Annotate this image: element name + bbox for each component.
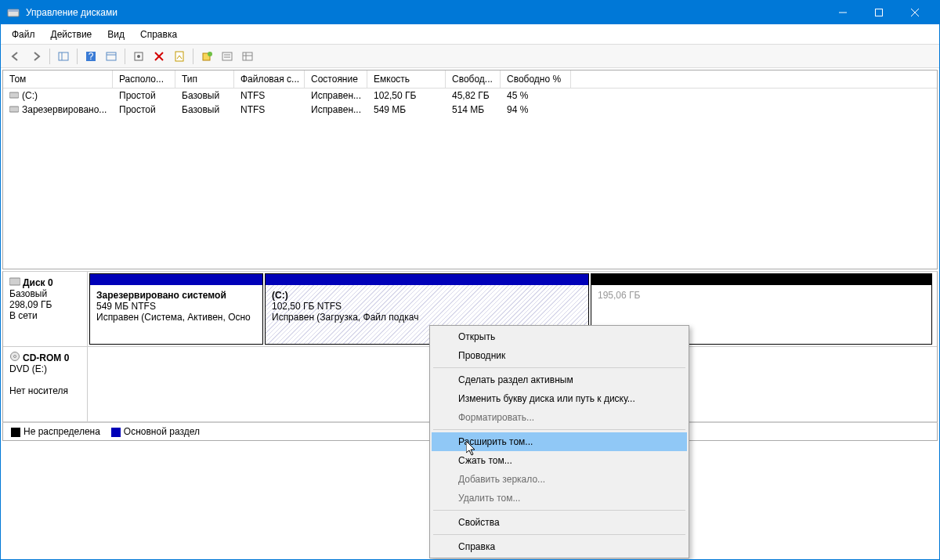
properties-button[interactable] (171, 48, 188, 65)
disk-icon (9, 276, 20, 286)
partition-title: (C:) (272, 290, 582, 301)
volume-table: Том Располо... Тип Файловая с... Состоян… (2, 70, 938, 269)
svg-rect-10 (107, 52, 116, 60)
partition-title: Зарезервировано системой (96, 290, 256, 301)
partition-body: Зарезервировано системой549 МБ NTFSИспра… (90, 285, 262, 344)
partition-size: 102,50 ГБ NTFS (272, 301, 582, 312)
partition-header (591, 274, 931, 285)
partition-status: Исправен (Загрузка, Файл подкач (272, 312, 582, 323)
context-menu-item[interactable]: Сделать раздел активным (432, 370, 687, 389)
column-freepct[interactable]: Свободно % (501, 70, 571, 88)
partition-header (266, 274, 588, 285)
menu-bar: Файл Действие Вид Справка (1, 24, 939, 45)
menu-help[interactable]: Справка (132, 26, 185, 43)
table-body: (C:)ПростойБазовыйNTFSИсправен...102,50 … (3, 89, 937, 269)
new-button[interactable] (198, 48, 215, 65)
cell: 514 МБ (446, 103, 501, 117)
cell: 549 МБ (367, 103, 446, 117)
disk-type: DVD (E:) (9, 363, 81, 374)
svg-rect-3 (876, 9, 883, 16)
title-bar: Управление дисками (1, 1, 939, 24)
refresh-button[interactable] (130, 48, 147, 65)
column-status[interactable]: Состояние (305, 70, 367, 88)
forward-button[interactable] (27, 48, 45, 65)
svg-rect-1 (8, 9, 19, 12)
disk-info[interactable]: Диск 0Базовый298,09 ГБВ сети (3, 272, 88, 346)
context-menu-item[interactable]: Изменить букву диска или путь к диску... (432, 389, 687, 408)
context-menu-separator (433, 534, 685, 535)
context-menu-item: Удалить том... (432, 489, 687, 508)
partition-size: 195,06 ГБ (598, 290, 925, 301)
cell: Простой (113, 103, 175, 117)
context-menu-item: Добавить зеркало... (432, 470, 687, 489)
svg-rect-19 (222, 52, 232, 60)
partition-header (90, 274, 262, 285)
svg-rect-26 (9, 107, 19, 112)
cell: NTFS (234, 89, 305, 103)
close-button[interactable] (897, 1, 933, 24)
column-capacity[interactable]: Емкость (367, 70, 446, 88)
menu-file[interactable]: Файл (4, 26, 43, 43)
show-hide-button[interactable] (55, 48, 72, 65)
column-filesystem[interactable]: Файловая с... (234, 70, 305, 88)
svg-point-13 (137, 55, 140, 58)
maximize-button[interactable] (861, 1, 897, 24)
back-button[interactable] (7, 48, 24, 65)
cell: 102,50 ГБ (367, 89, 446, 103)
cell: Зарезервировано... (3, 103, 113, 117)
list-button[interactable] (219, 48, 236, 65)
context-menu-separator (433, 510, 685, 511)
svg-rect-25 (9, 92, 19, 98)
toolbar-separator (193, 49, 193, 64)
column-free[interactable]: Свобод... (446, 70, 501, 88)
toolbar: ? (1, 45, 939, 68)
disk-name: CD-ROM 0 (23, 352, 69, 363)
app-icon (7, 6, 20, 19)
menu-view[interactable]: Вид (99, 26, 132, 43)
context-menu-item[interactable]: Открыть (432, 327, 687, 346)
legend-unallocated: Не распределена (11, 426, 100, 437)
cell: Исправен... (305, 89, 367, 103)
context-menu-item[interactable]: Справка (432, 537, 687, 556)
disk-size: 298,09 ГБ (9, 299, 81, 310)
cell: 45 % (501, 89, 571, 103)
disk-name: Диск 0 (23, 277, 53, 288)
column-volume[interactable]: Том (3, 70, 113, 88)
table-row[interactable]: Зарезервировано...ПростойБазовыйNTFSИспр… (3, 103, 937, 117)
cell: Базовый (175, 103, 234, 117)
view-button[interactable] (103, 48, 120, 65)
context-menu-separator (433, 429, 685, 430)
context-menu: ОткрытьПроводникСделать раздел активнымИ… (429, 325, 689, 558)
svg-rect-27 (9, 278, 20, 285)
cell: Простой (113, 89, 175, 103)
cell: 45,82 ГБ (446, 89, 501, 103)
table-row[interactable]: (C:)ПростойБазовыйNTFSИсправен...102,50 … (3, 89, 937, 103)
partition[interactable]: Зарезервировано системой549 МБ NTFSИспра… (89, 273, 263, 345)
column-type[interactable]: Тип (175, 70, 234, 88)
cdrom-icon (9, 352, 20, 361)
context-menu-item[interactable]: Сжать том... (432, 451, 687, 470)
window-title: Управление дисками (26, 7, 825, 18)
delete-button[interactable] (150, 48, 168, 65)
cell: (C:) (3, 89, 113, 103)
volume-icon (9, 91, 19, 99)
legend-swatch (111, 428, 121, 437)
disk-status: В сети (9, 310, 81, 321)
svg-point-29 (14, 356, 16, 358)
partition-size: 549 МБ NTFS (96, 301, 256, 312)
svg-rect-6 (59, 52, 68, 60)
legend-swatch (11, 428, 20, 437)
disk-info[interactable]: CD-ROM 0DVD (E:)Нет носителя (3, 347, 88, 421)
details-button[interactable] (239, 48, 256, 65)
menu-action[interactable]: Действие (43, 26, 100, 43)
svg-rect-16 (175, 52, 183, 61)
context-menu-item[interactable]: Расширить том... (432, 432, 687, 451)
disk-status: Нет носителя (9, 385, 81, 396)
context-menu-item[interactable]: Свойства (432, 513, 687, 532)
minimize-button[interactable] (825, 1, 861, 24)
toolbar-separator (49, 49, 50, 64)
context-menu-item[interactable]: Проводник (432, 346, 687, 365)
column-layout[interactable]: Располо... (113, 70, 175, 88)
context-menu-item: Форматировать... (432, 408, 687, 427)
help-button[interactable]: ? (82, 48, 99, 65)
